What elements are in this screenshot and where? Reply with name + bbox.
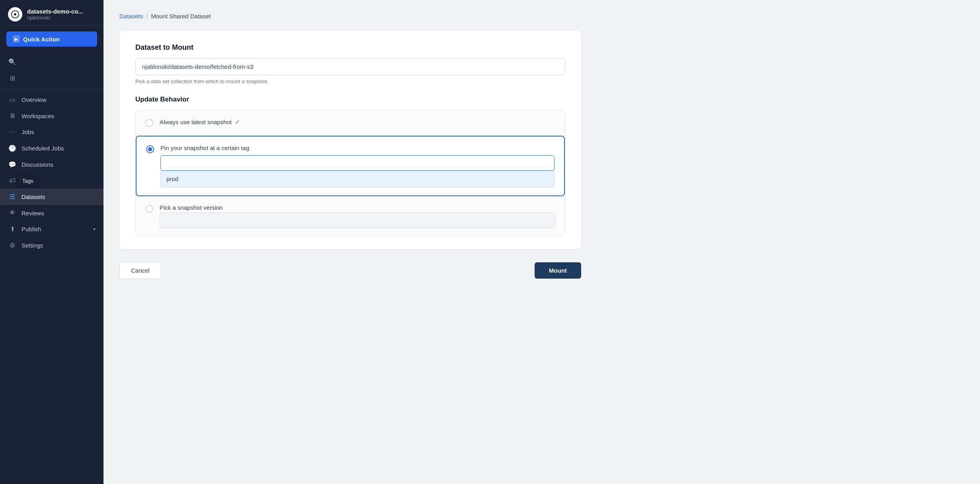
dropdown-item-prod[interactable]: prod: [161, 171, 554, 187]
main-content: Datasets / Mount Shared Dataset Dataset …: [103, 0, 980, 484]
sidebar-item-grid[interactable]: ⊞: [0, 70, 103, 86]
breadcrumb-datasets-link[interactable]: Datasets: [119, 13, 143, 20]
option-pin-text: Pin your snapshot at a certain tag: [160, 144, 249, 151]
quick-action-label: Quick Action: [23, 36, 60, 43]
radio-latest[interactable]: [145, 119, 153, 127]
sidebar-item-jobs[interactable]: ⋯ Jobs: [0, 124, 103, 140]
sidebar-item-reviews[interactable]: 👁 Reviews: [0, 205, 103, 221]
radio-version[interactable]: [145, 205, 153, 213]
sidebar-item-search[interactable]: 🔍: [0, 54, 103, 70]
reviews-icon: 👁: [8, 209, 17, 217]
quick-action-button[interactable]: ▶ Quick Action: [6, 31, 97, 47]
sidebar-item-publish[interactable]: ⬆ Publish ▾: [0, 221, 103, 237]
option-version[interactable]: Pick a snapshot version: [136, 196, 565, 236]
snapshot-version-input[interactable]: [160, 213, 555, 228]
sidebar-item-workspaces[interactable]: 🖥 Workspaces: [0, 108, 103, 124]
org-name: datasets-demo-co...: [27, 8, 83, 15]
jobs-label: Jobs: [21, 129, 96, 135]
sidebar-item-datasets[interactable]: ☰ Datasets: [0, 189, 103, 205]
sidebar-nav: 🔍 ⊞ ▭ Overview 🖥 Workspaces ⋯ Jobs 🕐 Sch…: [0, 52, 103, 484]
discussions-icon: 💬: [8, 161, 17, 168]
form-actions: Cancel Mount: [119, 262, 581, 279]
sidebar-item-overview[interactable]: ▭ Overview: [0, 92, 103, 108]
clock-icon: 🕐: [8, 144, 17, 152]
option-latest[interactable]: Always use latest snapshot ✓: [136, 110, 565, 136]
radio-pin[interactable]: [146, 145, 154, 153]
option-latest-text: Always use latest snapshot: [160, 119, 232, 125]
workspaces-icon: 🖥: [8, 112, 17, 119]
jobs-icon: ⋯: [8, 128, 17, 136]
sidebar-item-scheduled-jobs[interactable]: 🕐 Scheduled Jobs: [0, 140, 103, 156]
reviews-label: Reviews: [21, 210, 96, 217]
scheduled-jobs-label: Scheduled Jobs: [21, 145, 96, 152]
overview-label: Overview: [21, 96, 96, 103]
discussions-label: Discussions: [21, 161, 96, 168]
update-behavior-container: Always use latest snapshot ✓ Pin your sn…: [135, 110, 565, 236]
username: njablonski: [27, 15, 83, 21]
breadcrumb-current: Mount Shared Dataset: [151, 13, 211, 20]
overview-icon: ▭: [8, 96, 17, 103]
cancel-button[interactable]: Cancel: [119, 262, 161, 279]
option-pin-content: Pin your snapshot at a certain tag prod: [160, 144, 554, 187]
workspaces-label: Workspaces: [21, 113, 96, 119]
sidebar: datasets-demo-co... njablonski ▶ Quick A…: [0, 0, 103, 484]
pin-input-wrapper: prod: [160, 155, 554, 187]
dataset-input-wrapper: [135, 58, 565, 75]
chevron-down-icon: ▾: [93, 226, 96, 232]
datasets-icon: ☰: [8, 193, 17, 201]
tags-label: Files: [21, 178, 96, 184]
option-version-label: Pick a snapshot version: [160, 204, 555, 211]
app-logo: [8, 7, 22, 21]
sidebar-header: datasets-demo-co... njablonski: [0, 0, 103, 26]
breadcrumb-separator: /: [146, 13, 148, 20]
pin-dropdown: prod: [160, 171, 554, 187]
datasets-label: Datasets: [21, 193, 96, 200]
tags-icon: 🏷: [8, 177, 17, 184]
nav-divider: [0, 89, 103, 89]
settings-icon: ⚙: [8, 242, 17, 249]
dataset-to-mount-title: Dataset to Mount: [135, 43, 565, 52]
form-card: Dataset to Mount Pick a data set collect…: [119, 31, 581, 249]
pin-tag-input[interactable]: [160, 155, 554, 171]
sidebar-item-settings[interactable]: ⚙ Settings: [0, 237, 103, 254]
publish-label: Publish: [21, 226, 88, 232]
breadcrumb: Datasets / Mount Shared Dataset: [119, 13, 964, 20]
dataset-input[interactable]: [135, 58, 565, 75]
check-icon: ✓: [235, 118, 240, 126]
option-version-text: Pick a snapshot version: [160, 204, 223, 211]
option-latest-content: Always use latest snapshot ✓: [160, 118, 555, 127]
sidebar-item-tags[interactable]: 🏷 Tags Files: [0, 173, 103, 189]
grid-icon: ⊞: [8, 74, 17, 82]
dataset-hint: Pick a data set collection from which to…: [135, 78, 565, 84]
play-icon: ▶: [13, 35, 20, 43]
sidebar-item-discussions[interactable]: 💬 Discussions: [0, 156, 103, 173]
org-info: datasets-demo-co... njablonski: [27, 8, 83, 21]
option-pin[interactable]: Pin your snapshot at a certain tag prod: [136, 136, 565, 196]
option-latest-label: Always use latest snapshot ✓: [160, 118, 555, 126]
update-behavior-title: Update Behavior: [135, 96, 565, 103]
option-version-content: Pick a snapshot version: [160, 204, 555, 228]
mount-button[interactable]: Mount: [535, 262, 581, 279]
search-icon: 🔍: [8, 58, 17, 66]
option-pin-label: Pin your snapshot at a certain tag: [160, 144, 554, 151]
publish-icon: ⬆: [8, 225, 17, 233]
settings-label: Settings: [21, 242, 96, 249]
